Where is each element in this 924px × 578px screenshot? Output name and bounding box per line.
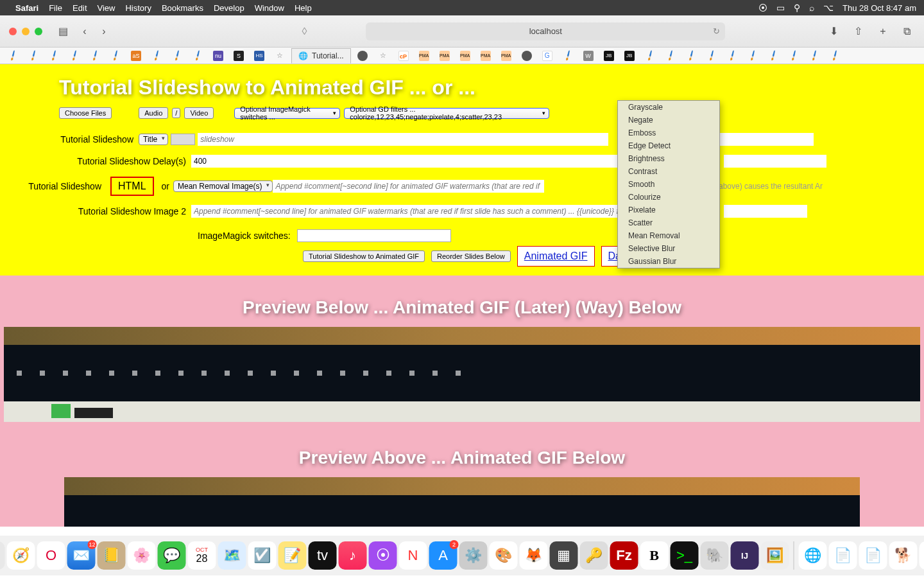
fav-item[interactable]: 🖌️ [24, 49, 42, 62]
audio-button[interactable]: Audio [139, 107, 168, 119]
dropdown-option[interactable]: Mean Removal [618, 229, 719, 242]
mean-removal-select[interactable]: Mean Removal Image(s) [173, 180, 273, 192]
color-input[interactable] [171, 134, 195, 145]
reorder-slides-button[interactable]: Reorder Slides Below [431, 250, 511, 262]
fav-item[interactable]: G [538, 49, 556, 62]
animated-gif-link[interactable]: Animated GIF [517, 246, 595, 267]
im-switches-input[interactable] [297, 229, 451, 242]
shield-icon[interactable]: ◊ [297, 24, 312, 39]
fav-item[interactable]: 🖌️ [703, 49, 721, 62]
dock-calculator[interactable]: ▦ [550, 541, 578, 570]
fav-item[interactable]: 🖌️ [45, 49, 63, 62]
dock-notes[interactable]: 📝 [278, 541, 307, 570]
fav-item[interactable]: 🖌️ [641, 49, 659, 62]
dock-mamp[interactable]: 🐘 [701, 541, 729, 570]
fav-item[interactable]: nu [209, 49, 227, 62]
search-icon[interactable]: ⌕ [809, 3, 814, 13]
image2-input[interactable] [191, 205, 621, 218]
fav-item[interactable]: 🖌️ [148, 49, 166, 62]
dropdown-option[interactable]: Gaussian Blur [618, 255, 719, 268]
dock-image[interactable]: 🐕 [889, 541, 918, 570]
dropdown-option[interactable]: Selective Blur [618, 242, 719, 255]
dropdown-option[interactable]: Brightness [618, 152, 719, 165]
url-bar[interactable]: localhost ↻ [366, 22, 725, 40]
fav-item[interactable]: 🖌️ [744, 49, 762, 62]
menu-bookmarks[interactable]: Bookmarks [162, 3, 203, 13]
fav-item[interactable]: PMA [415, 49, 433, 62]
dock-chrome[interactable]: 🌐 [799, 541, 827, 570]
dropdown-option[interactable]: Scatter [618, 216, 719, 229]
dock-preview[interactable]: 🖼️ [761, 541, 789, 570]
dropdown-option[interactable]: Edge Detect [618, 139, 719, 152]
dock-firefox[interactable]: 🦊 [520, 541, 548, 570]
fullscreen-window-button[interactable] [35, 28, 42, 35]
fav-item[interactable]: W [579, 49, 597, 62]
fav-item[interactable]: PMA [456, 49, 474, 62]
dock-maps[interactable]: 🗺️ [218, 541, 246, 570]
menu-history[interactable]: History [125, 3, 151, 13]
choose-files-button[interactable]: Choose Files [59, 107, 112, 119]
dropdown-option[interactable]: Contrast [618, 165, 719, 178]
fav-item[interactable]: 🖌️ [168, 49, 186, 62]
title-select[interactable]: Title [139, 134, 168, 145]
dock-launchpad[interactable]: ▦ [0, 541, 5, 570]
dock-intellij[interactable]: IJ [731, 541, 759, 570]
dock-contacts[interactable]: 📒 [98, 541, 126, 570]
dock-news[interactable]: N [399, 541, 427, 570]
fav-item[interactable]: 🖌️ [86, 49, 104, 62]
menu-develop[interactable]: Develop [214, 3, 244, 13]
fav-item[interactable]: 🖌️ [723, 49, 741, 62]
fav-item[interactable]: ☆ [271, 49, 289, 62]
dock-b[interactable]: B [640, 541, 669, 570]
fav-item[interactable] [518, 49, 536, 62]
close-window-button[interactable] [9, 28, 17, 35]
app-name[interactable]: Safari [15, 3, 38, 13]
active-tab[interactable]: 🌐 Tutorial... [291, 48, 351, 64]
dock-folder[interactable]: 📦 [920, 541, 925, 570]
image1-input[interactable] [273, 180, 543, 193]
dropdown-option[interactable]: Negate [618, 114, 719, 127]
dock-photos[interactable]: 🌸 [128, 541, 156, 570]
fav-item[interactable]: JB [620, 49, 638, 62]
delay-input[interactable] [191, 155, 621, 168]
fav-item[interactable]: 🖌️ [826, 49, 844, 62]
fav-item[interactable]: 🖌️ [107, 49, 124, 62]
dock-terminal[interactable]: >_ [671, 541, 699, 570]
fav-item[interactable]: PMA [436, 49, 454, 62]
screenrecord-icon[interactable]: ⦿ [758, 3, 767, 13]
html-box[interactable]: HTML [110, 177, 154, 196]
clock[interactable]: Thu 28 Oct 8:47 am [843, 3, 916, 13]
slideshow-title-input[interactable] [198, 133, 608, 146]
extra-input-4[interactable] [724, 205, 807, 218]
fav-item[interactable]: ☆ [374, 49, 392, 62]
fav-item[interactable] [354, 49, 372, 62]
download-icon[interactable]: ⬇ [826, 24, 842, 39]
minimize-window-button[interactable] [22, 28, 30, 35]
fav-item[interactable]: 🖌️ [559, 49, 577, 62]
fav-item[interactable]: 🖌️ [805, 49, 823, 62]
extra-input-2[interactable] [724, 155, 826, 168]
dropdown-option[interactable]: Colourize [618, 191, 719, 204]
dock-keychain[interactable]: 🔑 [580, 541, 608, 570]
to-animated-gif-button[interactable]: Tutorial Slideshow to Animated GIF [303, 250, 425, 262]
fav-item[interactable]: PMA [477, 49, 495, 62]
dock-app[interactable]: 📄 [859, 541, 887, 570]
back-button[interactable]: ‹ [77, 24, 92, 39]
dock-colorpicker[interactable]: 🎨 [490, 541, 518, 570]
extra-input-1[interactable] [711, 133, 814, 146]
dropdown-option[interactable]: Pixelate [618, 204, 719, 216]
battery-icon[interactable]: ▭ [776, 3, 785, 13]
fav-item[interactable]: 🖌️ [4, 49, 22, 62]
fav-item[interactable]: HS [250, 49, 268, 62]
gdfilters-select[interactable]: Optional GD filters ... colorize,12,23,4… [344, 108, 549, 119]
fav-item[interactable]: PMA [497, 49, 515, 62]
dropdown-option[interactable]: Smooth [618, 178, 719, 191]
dropdown-option[interactable]: Emboss [618, 127, 719, 139]
dock-messages[interactable]: 💬 [158, 541, 186, 570]
dock-music[interactable]: ♪ [339, 541, 367, 570]
dock-podcasts[interactable]: ⦿ [369, 541, 397, 570]
newtab-icon[interactable]: + [875, 24, 891, 39]
imagemagick-select[interactable]: Optional ImageMagick switches ... [234, 108, 340, 119]
dropdown-option[interactable]: Grayscale [618, 101, 719, 114]
wifi-icon[interactable]: ⚲ [794, 3, 800, 13]
